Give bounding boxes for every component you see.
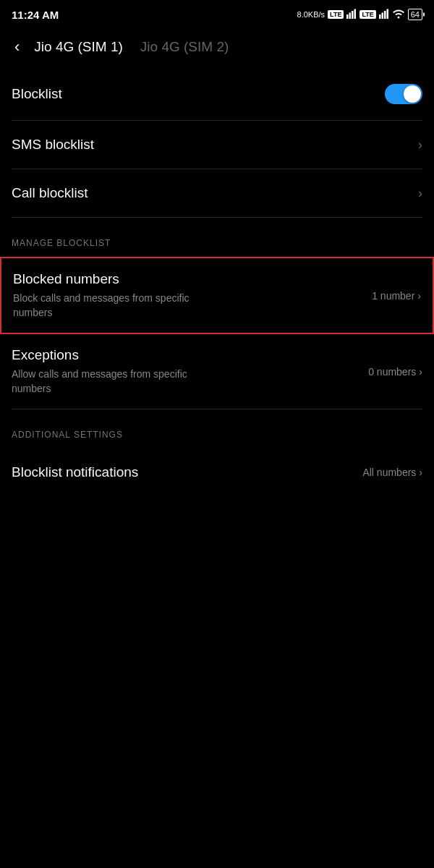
exceptions-section: Exceptions Allow calls and messages from… bbox=[0, 334, 434, 496]
sms-blocklist-arrow: › bbox=[418, 137, 422, 153]
blocklist-toggle[interactable] bbox=[385, 84, 422, 104]
manage-blocklist-header: MANAGE BLOCKLIST bbox=[12, 218, 422, 257]
page-header: ‹ Jio 4G (SIM 1) Jio 4G (SIM 2) bbox=[0, 26, 434, 68]
sms-blocklist-label: SMS blocklist bbox=[12, 137, 94, 153]
exceptions-arrow: › bbox=[419, 366, 422, 378]
blocked-numbers-arrow: › bbox=[417, 290, 421, 302]
svg-rect-4 bbox=[379, 14, 381, 19]
status-icons: 8.0KB/s LTE LTE 64 bbox=[297, 9, 422, 21]
tab-sim1[interactable]: Jio 4G (SIM 1) bbox=[34, 39, 122, 55]
blocked-numbers-title: Blocked numbers bbox=[13, 271, 372, 287]
exceptions-count: 0 numbers › bbox=[368, 366, 422, 378]
status-bar: 11:24 AM 8.0KB/s LTE LTE bbox=[0, 0, 434, 26]
svg-rect-2 bbox=[352, 11, 354, 19]
notifications-label: Blocklist notifications bbox=[12, 464, 138, 480]
notifications-arrow: › bbox=[419, 467, 422, 478]
blocked-numbers-subtitle: Block calls and messages from specific n… bbox=[13, 292, 201, 320]
blocked-numbers-left: Blocked numbers Block calls and messages… bbox=[13, 271, 372, 320]
sms-blocklist-row[interactable]: SMS blocklist › bbox=[12, 121, 422, 169]
svg-rect-1 bbox=[349, 12, 352, 19]
blocklist-section: Blocklist SMS blocklist › Call blocklist… bbox=[0, 68, 434, 257]
svg-rect-3 bbox=[354, 9, 357, 19]
battery-indicator: 64 bbox=[408, 9, 422, 20]
call-blocklist-label: Call blocklist bbox=[12, 185, 88, 201]
blocked-numbers-row[interactable]: Blocked numbers Block calls and messages… bbox=[0, 257, 434, 334]
sim2-signal bbox=[379, 9, 389, 21]
blocked-numbers-count: 1 number › bbox=[372, 290, 421, 302]
svg-rect-6 bbox=[384, 11, 386, 19]
notifications-value: All numbers bbox=[362, 467, 416, 478]
sim1-4g-badge: LTE bbox=[328, 10, 344, 19]
exceptions-row[interactable]: Exceptions Allow calls and messages from… bbox=[12, 334, 422, 409]
exceptions-subtitle: Allow calls and messages from specific n… bbox=[12, 367, 200, 396]
back-button[interactable]: ‹ bbox=[12, 35, 22, 59]
blocklist-label: Blocklist bbox=[12, 86, 62, 102]
sim2-4g-badge: LTE bbox=[359, 10, 375, 19]
header-tabs: Jio 4G (SIM 1) Jio 4G (SIM 2) bbox=[34, 39, 229, 55]
tab-sim2[interactable]: Jio 4G (SIM 2) bbox=[140, 39, 229, 55]
additional-settings-header: ADDITIONAL SETTINGS bbox=[12, 409, 422, 448]
exceptions-title: Exceptions bbox=[12, 347, 368, 363]
svg-rect-5 bbox=[381, 12, 383, 19]
notifications-row[interactable]: Blocklist notifications All numbers › bbox=[12, 448, 422, 496]
blocklist-toggle-row: Blocklist bbox=[12, 68, 422, 120]
exceptions-left: Exceptions Allow calls and messages from… bbox=[12, 347, 368, 396]
svg-rect-7 bbox=[386, 9, 388, 19]
sim1-signal bbox=[346, 9, 357, 21]
call-blocklist-row[interactable]: Call blocklist › bbox=[12, 169, 422, 217]
svg-rect-0 bbox=[346, 14, 349, 19]
status-time: 11:24 AM bbox=[12, 9, 59, 21]
call-blocklist-arrow: › bbox=[418, 186, 422, 201]
toggle-knob bbox=[404, 85, 421, 103]
speed-indicator: 8.0KB/s bbox=[297, 10, 326, 19]
wifi-icon bbox=[392, 9, 405, 21]
notifications-value-container: All numbers › bbox=[362, 467, 422, 478]
